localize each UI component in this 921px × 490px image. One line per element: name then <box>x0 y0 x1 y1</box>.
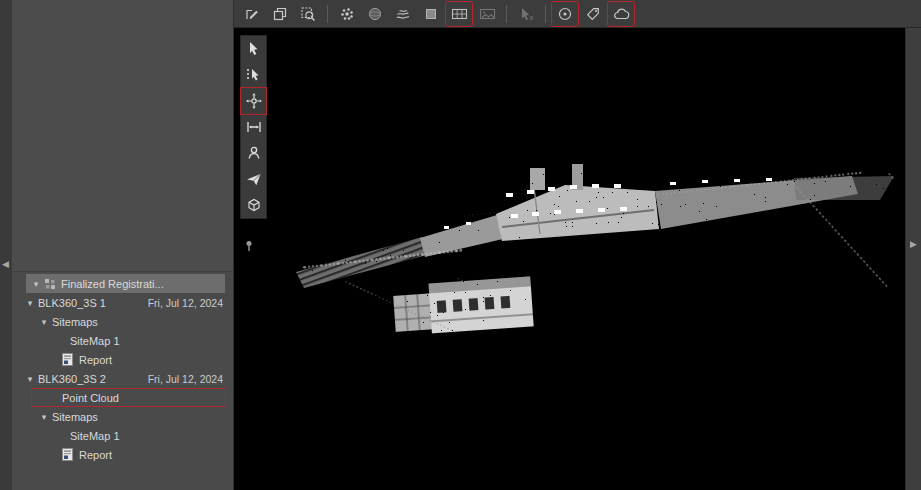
palette-pin-icon[interactable] <box>244 238 254 256</box>
tree-item-label: Sitemaps <box>50 316 98 328</box>
caret-down-icon[interactable]: ▾ <box>38 412 50 422</box>
application-window: ◀ ▾ Finalized Registrati... ▾ BLK360_3S … <box>0 0 921 490</box>
tag-tool-icon[interactable] <box>580 2 606 26</box>
toolbar-separator <box>506 5 507 23</box>
left-edge-strip: ◀ <box>0 0 12 490</box>
solid-display-icon[interactable] <box>418 2 444 26</box>
caret-down-icon[interactable]: ▾ <box>24 374 36 384</box>
right-edge-strip: ▶ <box>905 28 921 490</box>
tree-item-label: Point Cloud <box>60 392 119 404</box>
caret-down-icon[interactable]: ▾ <box>38 317 50 327</box>
tree-item-blk360-1[interactable]: ▾ BLK360_3S 1 Fri, Jul 12, 2024 <box>12 293 233 312</box>
tree-item-label: SiteMap 1 <box>68 430 120 442</box>
tree-item-label: Finalized Registrati... <box>59 278 164 290</box>
main-area: ▶ <box>234 0 921 490</box>
tree-item-label: BLK360_3S 1 <box>36 297 106 309</box>
content-row: ▶ <box>234 28 921 490</box>
registration-bundle-icon <box>42 277 57 291</box>
duplicate-view-icon[interactable] <box>267 2 293 26</box>
tree-item-label: SiteMap 1 <box>68 335 120 347</box>
tree-item-sitemap1-2[interactable]: SiteMap 1 <box>12 426 233 445</box>
tree-item-label: Report <box>77 449 112 461</box>
collapse-left-arrow-icon[interactable]: ◀ <box>2 260 9 269</box>
box-mode-tool-icon[interactable] <box>241 192 266 218</box>
expand-right-arrow-icon[interactable]: ▶ <box>910 240 917 249</box>
project-tree-panel: ▾ Finalized Registrati... ▾ BLK360_3S 1 … <box>12 0 234 490</box>
tree-item-sitemaps-2[interactable]: ▾ Sitemaps <box>12 407 233 426</box>
tree-item-report-1[interactable]: Report <box>12 350 233 369</box>
first-person-tool-icon[interactable] <box>241 140 266 166</box>
point-cloud-render <box>234 28 905 490</box>
zoom-fit-icon[interactable] <box>295 2 321 26</box>
caret-down-icon[interactable]: ▾ <box>24 298 36 308</box>
select-points-tool-icon[interactable] <box>241 62 266 88</box>
tree-item-label: BLK360_3S 2 <box>36 373 106 385</box>
tool-palette <box>240 35 267 219</box>
sketch-tool-icon[interactable] <box>239 2 265 26</box>
project-tree: ▾ Finalized Registrati... ▾ BLK360_3S 1 … <box>12 272 233 490</box>
viewport-3d[interactable] <box>234 28 905 490</box>
tree-item-point-cloud[interactable]: Point Cloud <box>31 388 226 407</box>
tree-item-sitemaps-1[interactable]: ▾ Sitemaps <box>12 312 233 331</box>
caret-down-icon[interactable]: ▾ <box>30 279 42 289</box>
top-toolbar <box>234 0 921 28</box>
toolbar-separator <box>327 5 328 23</box>
tree-item-label: Sitemaps <box>50 411 98 423</box>
image-view-icon[interactable] <box>474 2 500 26</box>
measure-tool-icon[interactable] <box>241 114 266 140</box>
contour-display-icon[interactable] <box>390 2 416 26</box>
fly-tool-icon[interactable] <box>241 166 266 192</box>
sphere-display-icon[interactable] <box>362 2 388 26</box>
cloud-tool-icon[interactable] <box>608 2 634 26</box>
tree-item-finalized-registration[interactable]: ▾ Finalized Registrati... <box>26 274 225 293</box>
pano-grid-view-icon[interactable] <box>446 2 472 26</box>
tree-item-date: Fri, Jul 12, 2024 <box>148 297 233 309</box>
point-cloud-display-icon[interactable] <box>334 2 360 26</box>
tree-item-date: Fri, Jul 12, 2024 <box>148 373 233 385</box>
pointer-tool-icon[interactable] <box>513 2 539 26</box>
tree-item-blk360-2[interactable]: ▾ BLK360_3S 2 Fri, Jul 12, 2024 <box>12 369 233 388</box>
tree-item-report-2[interactable]: Report <box>12 445 233 464</box>
navigate-tool-icon[interactable] <box>241 88 266 114</box>
sidebar-empty-area <box>12 0 233 272</box>
tree-item-sitemap1-1[interactable]: SiteMap 1 <box>12 331 233 350</box>
select-tool-icon[interactable] <box>241 36 266 62</box>
tree-item-label: Report <box>77 354 112 366</box>
report-document-icon <box>60 353 75 367</box>
toolbar-separator <box>545 5 546 23</box>
target-tool-icon[interactable] <box>552 2 578 26</box>
report-document-icon <box>60 448 75 462</box>
